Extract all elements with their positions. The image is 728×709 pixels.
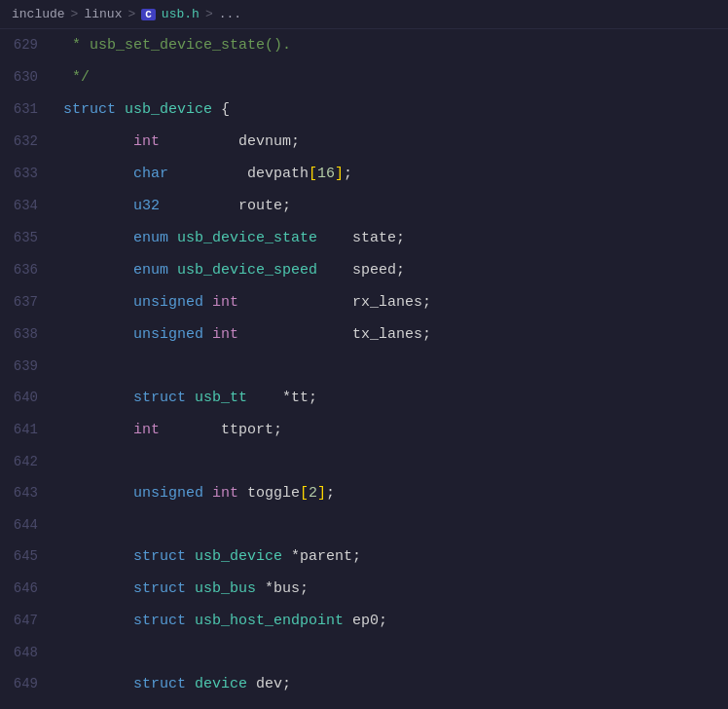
breadcrumb-filename[interactable]: usb.h <box>162 7 200 21</box>
token: usb_bus <box>195 580 256 597</box>
line-number: 648 <box>0 637 54 668</box>
line-content: struct usb_host_endpoint ep0; <box>54 606 728 637</box>
token: usb_device <box>195 548 282 565</box>
token: struct <box>63 101 125 118</box>
breadcrumb-include[interactable]: include <box>12 7 65 21</box>
token: device <box>195 676 247 692</box>
line-content: unsigned int toggle[2]; <box>54 478 728 509</box>
token: dev; <box>247 676 291 692</box>
breadcrumb-sep-1: > <box>71 7 79 21</box>
token <box>63 676 133 692</box>
line-content: struct usb_device *parent; <box>54 541 728 573</box>
token <box>63 166 133 182</box>
line-content: u32 route; <box>54 191 728 222</box>
line-number: 640 <box>0 382 54 413</box>
token <box>63 580 133 597</box>
line-number: 642 <box>0 446 54 477</box>
code-line: 641 int ttport; <box>0 414 728 446</box>
line-number: 634 <box>0 190 54 221</box>
line-content: unsigned int tx_lanes; <box>54 319 728 351</box>
line-number: 632 <box>0 126 54 157</box>
line-number: 630 <box>0 61 54 93</box>
line-number: 644 <box>0 509 54 541</box>
line-content: enum usb_device_state state; <box>54 223 728 254</box>
line-number: 633 <box>0 158 54 189</box>
token: ; <box>326 485 335 502</box>
code-line: 642 <box>0 446 728 477</box>
code-line: 647 struct usb_host_endpoint ep0; <box>0 605 728 637</box>
line-number: 637 <box>0 286 54 317</box>
token: ; <box>344 166 352 182</box>
token: int <box>212 294 238 311</box>
line-content: struct usb_device { <box>54 94 728 126</box>
token: unsigned <box>133 485 212 502</box>
token: unsigned <box>133 294 212 311</box>
line-content: unsigned int rx_lanes; <box>54 287 728 318</box>
breadcrumb-linux[interactable]: linux <box>84 7 122 21</box>
line-content: int devnum; <box>54 127 728 158</box>
token <box>63 294 133 311</box>
code-line: 644 <box>0 509 728 541</box>
token <box>63 133 133 150</box>
line-number: 646 <box>0 573 54 604</box>
code-line: 630 */ <box>0 61 728 93</box>
token: ep0; <box>344 613 387 629</box>
line-number: 629 <box>0 29 54 60</box>
token: int <box>133 422 160 438</box>
breadcrumb-ellipsis: ... <box>219 7 241 21</box>
token: u32 <box>133 198 160 214</box>
token: unsigned <box>133 326 212 343</box>
token: * usb_set_device_state(). <box>63 37 291 54</box>
token <box>63 230 133 246</box>
token: usb_host_endpoint <box>195 613 344 629</box>
token: int <box>212 326 238 343</box>
code-line: 632 int devnum; <box>0 126 728 158</box>
code-line: 640 struct usb_tt *tt; <box>0 382 728 414</box>
line-number: 641 <box>0 414 54 445</box>
code-line: 643 unsigned int toggle[2]; <box>0 477 728 509</box>
line-number: 643 <box>0 477 54 508</box>
token: toggle <box>238 485 300 502</box>
line-number: 649 <box>0 668 54 699</box>
line-number: 647 <box>0 605 54 636</box>
line-content: * usb_set_device_state(). <box>54 30 728 61</box>
line-number: 631 <box>0 93 54 125</box>
token: struct <box>133 676 195 692</box>
token: [ <box>300 485 309 502</box>
line-content: int ttport; <box>54 415 728 446</box>
token: devnum; <box>160 133 300 150</box>
token: struct <box>133 613 195 629</box>
code-line: 638 unsigned int tx_lanes; <box>0 318 728 351</box>
token: speed; <box>317 262 405 279</box>
token: *parent; <box>282 548 361 565</box>
token: char <box>133 166 168 182</box>
token: usb_device_speed <box>177 262 317 279</box>
code-line: 639 <box>0 351 728 382</box>
token: usb_device_state <box>177 230 317 246</box>
line-number: 638 <box>0 318 54 350</box>
token: ttport; <box>160 422 282 438</box>
token <box>63 262 133 279</box>
token: ] <box>317 485 326 502</box>
code-line: 634 u32 route; <box>0 190 728 222</box>
line-number: 639 <box>0 351 54 382</box>
token: 16 <box>317 166 335 182</box>
token <box>63 485 133 502</box>
token <box>63 613 133 629</box>
token: enum <box>133 262 177 279</box>
code-line: 636 enum usb_device_speed speed; <box>0 254 728 286</box>
code-line: 635 enum usb_device_state state; <box>0 222 728 254</box>
token <box>63 548 133 565</box>
token <box>63 390 133 406</box>
token: usb_tt <box>195 390 247 406</box>
line-content: struct usb_tt *tt; <box>54 383 728 414</box>
breadcrumb-sep-3: > <box>205 7 213 21</box>
token: struct <box>133 548 195 565</box>
token: *bus; <box>256 580 309 597</box>
token: */ <box>63 69 90 86</box>
token: rx_lanes; <box>238 294 431 311</box>
token: 2 <box>309 485 317 502</box>
token: int <box>212 485 238 502</box>
line-number: 645 <box>0 541 54 572</box>
line-number: 636 <box>0 254 54 285</box>
